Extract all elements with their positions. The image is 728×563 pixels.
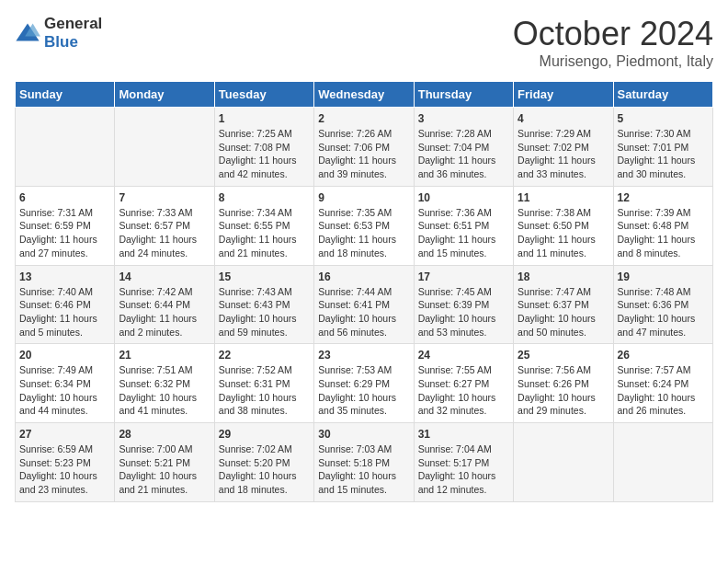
calendar-cell: 13Sunrise: 7:40 AM Sunset: 6:46 PM Dayli…: [16, 265, 115, 344]
day-content: Sunrise: 7:38 AM Sunset: 6:50 PM Dayligh…: [518, 206, 609, 260]
day-number: 23: [318, 349, 409, 362]
header-cell-wednesday: Wednesday: [314, 82, 414, 108]
day-number: 26: [618, 349, 709, 362]
location: Murisengo, Piedmont, Italy: [513, 53, 713, 70]
logo-blue-text: Blue: [44, 33, 78, 51]
day-content: Sunrise: 7:53 AM Sunset: 6:29 PM Dayligh…: [318, 363, 409, 418]
calendar-cell: 14Sunrise: 7:42 AM Sunset: 6:44 PM Dayli…: [115, 265, 214, 344]
calendar-cell: [613, 423, 712, 502]
calendar-cell: [514, 423, 613, 502]
day-content: Sunrise: 7:44 AM Sunset: 6:41 PM Dayligh…: [318, 285, 409, 339]
title-block: October 2024 Murisengo, Piedmont, Italy: [513, 15, 713, 70]
month-title: October 2024: [513, 15, 713, 53]
calendar-table: SundayMondayTuesdayWednesdayThursdayFrid…: [15, 81, 713, 502]
day-content: Sunrise: 7:29 AM Sunset: 7:02 PM Dayligh…: [518, 127, 609, 181]
day-number: 13: [19, 270, 110, 283]
day-number: 25: [518, 349, 609, 362]
day-number: 18: [518, 270, 609, 283]
day-number: 5: [618, 112, 709, 125]
calendar-cell: 27Sunrise: 6:59 AM Sunset: 5:23 PM Dayli…: [16, 423, 115, 502]
calendar-cell: 16Sunrise: 7:44 AM Sunset: 6:41 PM Dayli…: [314, 265, 414, 344]
day-content: Sunrise: 7:03 AM Sunset: 5:18 PM Dayligh…: [318, 442, 409, 497]
calendar-cell: 3Sunrise: 7:28 AM Sunset: 7:04 PM Daylig…: [414, 108, 513, 187]
day-content: Sunrise: 7:39 AM Sunset: 6:48 PM Dayligh…: [618, 206, 709, 260]
day-content: Sunrise: 7:34 AM Sunset: 6:55 PM Dayligh…: [219, 206, 310, 260]
day-content: Sunrise: 7:25 AM Sunset: 7:08 PM Dayligh…: [219, 127, 310, 181]
day-number: 30: [318, 428, 409, 441]
day-content: Sunrise: 7:48 AM Sunset: 6:36 PM Dayligh…: [618, 285, 709, 339]
day-number: 27: [19, 428, 110, 441]
day-content: Sunrise: 7:33 AM Sunset: 6:57 PM Dayligh…: [119, 206, 210, 260]
header-cell-saturday: Saturday: [613, 82, 712, 108]
header-cell-monday: Monday: [115, 82, 214, 108]
logo: General Blue: [15, 15, 102, 52]
calendar-cell: 22Sunrise: 7:52 AM Sunset: 6:31 PM Dayli…: [214, 344, 313, 423]
day-content: Sunrise: 7:56 AM Sunset: 6:26 PM Dayligh…: [518, 363, 609, 418]
day-content: Sunrise: 7:40 AM Sunset: 6:46 PM Dayligh…: [19, 285, 110, 339]
page-header: General Blue October 2024 Murisengo, Pie…: [15, 15, 713, 70]
calendar-cell: 25Sunrise: 7:56 AM Sunset: 6:26 PM Dayli…: [514, 344, 613, 423]
week-row-1: 1Sunrise: 7:25 AM Sunset: 7:08 PM Daylig…: [16, 108, 713, 187]
day-number: 2: [318, 112, 409, 125]
day-number: 19: [618, 270, 709, 283]
day-content: Sunrise: 7:55 AM Sunset: 6:27 PM Dayligh…: [418, 363, 509, 418]
day-number: 16: [318, 270, 409, 283]
calendar-cell: 11Sunrise: 7:38 AM Sunset: 6:50 PM Dayli…: [514, 186, 613, 265]
calendar-cell: 2Sunrise: 7:26 AM Sunset: 7:06 PM Daylig…: [314, 108, 414, 187]
day-number: 11: [518, 191, 609, 204]
day-content: Sunrise: 7:36 AM Sunset: 6:51 PM Dayligh…: [418, 206, 509, 260]
day-content: Sunrise: 7:02 AM Sunset: 5:20 PM Dayligh…: [219, 442, 310, 497]
calendar-cell: [16, 108, 115, 187]
day-number: 17: [418, 270, 509, 283]
calendar-cell: 23Sunrise: 7:53 AM Sunset: 6:29 PM Dayli…: [314, 344, 414, 423]
calendar-cell: 21Sunrise: 7:51 AM Sunset: 6:32 PM Dayli…: [115, 344, 214, 423]
calendar-cell: 12Sunrise: 7:39 AM Sunset: 6:48 PM Dayli…: [613, 186, 712, 265]
calendar-cell: 20Sunrise: 7:49 AM Sunset: 6:34 PM Dayli…: [16, 344, 115, 423]
calendar-cell: 1Sunrise: 7:25 AM Sunset: 7:08 PM Daylig…: [214, 108, 313, 187]
day-content: Sunrise: 7:04 AM Sunset: 5:17 PM Dayligh…: [418, 442, 509, 497]
logo-general-text: General: [44, 15, 102, 32]
day-content: Sunrise: 7:43 AM Sunset: 6:43 PM Dayligh…: [219, 285, 310, 339]
day-number: 8: [219, 191, 310, 204]
day-number: 3: [418, 112, 509, 125]
calendar-cell: 18Sunrise: 7:47 AM Sunset: 6:37 PM Dayli…: [514, 265, 613, 344]
calendar-cell: 26Sunrise: 7:57 AM Sunset: 6:24 PM Dayli…: [613, 344, 712, 423]
day-number: 21: [119, 349, 210, 362]
calendar-cell: 5Sunrise: 7:30 AM Sunset: 7:01 PM Daylig…: [613, 108, 712, 187]
day-content: Sunrise: 7:31 AM Sunset: 6:59 PM Dayligh…: [19, 206, 110, 260]
calendar-cell: 7Sunrise: 7:33 AM Sunset: 6:57 PM Daylig…: [115, 186, 214, 265]
day-number: 22: [219, 349, 310, 362]
calendar-cell: 8Sunrise: 7:34 AM Sunset: 6:55 PM Daylig…: [214, 186, 313, 265]
day-content: Sunrise: 7:57 AM Sunset: 6:24 PM Dayligh…: [618, 363, 709, 418]
calendar-cell: 19Sunrise: 7:48 AM Sunset: 6:36 PM Dayli…: [613, 265, 712, 344]
day-number: 10: [418, 191, 509, 204]
day-number: 28: [119, 428, 210, 441]
day-number: 9: [318, 191, 409, 204]
calendar-cell: 30Sunrise: 7:03 AM Sunset: 5:18 PM Dayli…: [314, 423, 414, 502]
calendar-cell: 15Sunrise: 7:43 AM Sunset: 6:43 PM Dayli…: [214, 265, 313, 344]
calendar-cell: 29Sunrise: 7:02 AM Sunset: 5:20 PM Dayli…: [214, 423, 313, 502]
day-content: Sunrise: 7:28 AM Sunset: 7:04 PM Dayligh…: [418, 127, 509, 181]
calendar-cell: 31Sunrise: 7:04 AM Sunset: 5:17 PM Dayli…: [414, 423, 513, 502]
calendar-cell: 6Sunrise: 7:31 AM Sunset: 6:59 PM Daylig…: [16, 186, 115, 265]
calendar-cell: 4Sunrise: 7:29 AM Sunset: 7:02 PM Daylig…: [514, 108, 613, 187]
day-number: 31: [418, 428, 509, 441]
calendar-header: SundayMondayTuesdayWednesdayThursdayFrid…: [16, 82, 713, 108]
day-number: 1: [219, 112, 310, 125]
day-number: 6: [19, 191, 110, 204]
week-row-5: 27Sunrise: 6:59 AM Sunset: 5:23 PM Dayli…: [16, 423, 713, 502]
day-number: 12: [618, 191, 709, 204]
day-number: 7: [119, 191, 210, 204]
calendar-cell: 9Sunrise: 7:35 AM Sunset: 6:53 PM Daylig…: [314, 186, 414, 265]
day-content: Sunrise: 7:42 AM Sunset: 6:44 PM Dayligh…: [119, 285, 210, 339]
day-number: 4: [518, 112, 609, 125]
week-row-3: 13Sunrise: 7:40 AM Sunset: 6:46 PM Dayli…: [16, 265, 713, 344]
day-number: 29: [219, 428, 310, 441]
day-content: Sunrise: 7:47 AM Sunset: 6:37 PM Dayligh…: [518, 285, 609, 339]
day-number: 15: [219, 270, 310, 283]
week-row-2: 6Sunrise: 7:31 AM Sunset: 6:59 PM Daylig…: [16, 186, 713, 265]
day-content: Sunrise: 7:49 AM Sunset: 6:34 PM Dayligh…: [19, 363, 110, 418]
calendar-cell: 17Sunrise: 7:45 AM Sunset: 6:39 PM Dayli…: [414, 265, 513, 344]
day-content: Sunrise: 7:26 AM Sunset: 7:06 PM Dayligh…: [318, 127, 409, 181]
calendar-cell: 10Sunrise: 7:36 AM Sunset: 6:51 PM Dayli…: [414, 186, 513, 265]
